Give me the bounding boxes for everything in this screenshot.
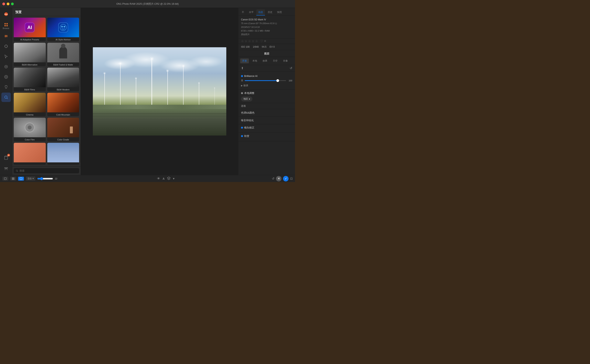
brilliance-ai-header[interactable]: Brilliance AI (241, 75, 292, 78)
filmstrip-icon (4, 177, 7, 180)
tone-color-section[interactable]: 色调&&颜色 (238, 109, 295, 117)
tab-lishi[interactable]: 历史 (266, 9, 274, 15)
region-button[interactable]: 地区 ▾ (241, 97, 252, 101)
svg-point-22 (5, 96, 7, 98)
preset-bw-modern[interactable]: B&W Modern (47, 68, 79, 91)
preset-label-cinema: Cinema (14, 112, 46, 116)
sidebar-item-focus[interactable] (1, 72, 11, 82)
view-toggle-button[interactable]: ⊡ (290, 177, 293, 180)
heart-icon[interactable]: ♡ (260, 39, 263, 43)
export-icon[interactable]: ⬆ (241, 66, 244, 70)
preset-thumb-cold-mountain (47, 93, 79, 112)
ground (93, 109, 226, 136)
svg-point-25 (6, 168, 7, 169)
dev-tab-bendi[interactable]: 本地 (251, 58, 259, 63)
preset-bw-films[interactable]: B&W Films (14, 68, 46, 91)
local-adjust-header[interactable]: 本地调整 (241, 91, 292, 95)
search-input-wrap[interactable] (14, 168, 79, 173)
sidebar-item-develop[interactable] (1, 31, 11, 41)
transform-header[interactable]: 转变 (241, 134, 292, 138)
preset-color-grade[interactable]: Color Grade (47, 118, 79, 141)
reset-icon[interactable]: ↺ (290, 66, 292, 70)
bottom-center: 👁 A ▾ (157, 176, 175, 181)
confirm-button[interactable]: ✓ (283, 176, 289, 182)
fit-label: 适合 (27, 177, 32, 180)
sidebar-item-search[interactable] (1, 93, 11, 102)
preset-partial2[interactable] (47, 143, 79, 165)
tab-kuaizhao[interactable]: 快照 (275, 9, 284, 15)
tab-xinxi[interactable]: 信息 (256, 9, 265, 15)
preset-ai-adaptive[interactable]: AI AI Adaptive Presets (14, 18, 46, 41)
datetime-info: 2019/5/17 10:14:18 (241, 25, 292, 29)
preset-color-film[interactable]: Color Film (14, 118, 46, 141)
layers-icon[interactable] (167, 176, 171, 181)
panel-actions: ⬆ ↺ (238, 65, 295, 72)
sidebar-item-select[interactable] (1, 52, 11, 61)
view-grid-button[interactable] (10, 177, 16, 181)
star-3[interactable]: ☆ (248, 39, 251, 43)
transform-dot (241, 135, 243, 137)
sidebar-item-effects[interactable] (1, 42, 11, 51)
tab-shuiping[interactable]: 水平 (247, 9, 256, 15)
view-filmstrip-button[interactable] (2, 177, 8, 181)
microtune-label: 微调 (243, 84, 248, 87)
svg-text:ON1: ON1 (4, 13, 8, 15)
star-5[interactable]: ☆ (255, 39, 258, 43)
zoom-slider[interactable] (37, 177, 53, 180)
svg-rect-34 (12, 177, 13, 178)
tab-bu[interactable]: 不 (240, 9, 246, 15)
svg-rect-33 (4, 177, 7, 180)
preset-bw-faded[interactable]: B&W Faded & Matte (47, 43, 79, 66)
eye-icon[interactable]: 👁 (157, 176, 160, 181)
maximize-button[interactable] (11, 3, 14, 5)
dev-tab-kaifa[interactable]: 开发 (240, 58, 249, 63)
sidebar-item-cart[interactable]: 30 (1, 153, 11, 162)
more-icon[interactable]: ▾ (172, 176, 175, 181)
preset-thumb-cinema (14, 93, 46, 112)
noise-sharpen-title: 噪音和锐化 (241, 119, 254, 122)
preset-partial1[interactable] (14, 143, 46, 165)
lens-correct-header[interactable]: 镜头校正 (241, 126, 292, 130)
cancel-button[interactable]: ✕ (276, 176, 281, 182)
undo-button[interactable]: ↺ (272, 177, 274, 180)
preset-cold-mountain[interactable]: Cold Mountain (47, 93, 79, 116)
svg-point-28 (60, 24, 66, 31)
dev-tab-xiaoguo[interactable]: 效果 (261, 58, 269, 63)
titlebar: ON1 Photo RAW 2025 (示例照片.CR2 @ 22.0% 16-… (0, 0, 295, 8)
brilliance-slider-track[interactable] (245, 80, 286, 81)
star-2[interactable]: ☆ (245, 39, 247, 43)
letter-a-icon[interactable]: A (162, 177, 165, 181)
reject-icon[interactable]: ✕ (264, 39, 266, 43)
fit-button[interactable]: 适合 ▾ (26, 176, 35, 181)
view-single-button[interactable] (18, 177, 24, 181)
sidebar-item-masking[interactable] (1, 82, 11, 92)
sidebar-item-community[interactable] (1, 164, 11, 173)
portrait-silhouette (59, 47, 67, 58)
preset-bw-alt[interactable]: B&W Alternative (14, 43, 46, 66)
turbine-6: ✳ (183, 66, 184, 107)
dev-tab-tiankong[interactable]: 天空 (271, 58, 279, 63)
svg-point-10 (6, 36, 7, 37)
dev-tab-xiaoxiang[interactable]: 肖像 (281, 58, 290, 63)
noise-sharpen-section[interactable]: 噪音和锐化 (238, 117, 295, 124)
preset-thumb-partial2 (47, 143, 79, 162)
on1-logo[interactable]: ON1 (1, 9, 11, 19)
star-4[interactable]: ☆ (252, 39, 254, 43)
star-1[interactable]: ☆ (241, 39, 244, 43)
preset-ai-style[interactable]: AI Style Advisor (47, 18, 79, 41)
brilliance-slider-thumb (276, 79, 279, 82)
preset-cinema[interactable]: Cinema (14, 93, 46, 116)
microtune-row[interactable]: ▶ 微调 (241, 83, 292, 88)
preset-thumb-bw-modern (47, 68, 79, 87)
sidebar-item-retouch[interactable] (1, 62, 11, 72)
options-section[interactable]: 选项 (238, 103, 295, 109)
sidebar-item-browse[interactable]: Browse (1, 21, 11, 31)
minimize-button[interactable] (7, 3, 9, 5)
photo-canvas[interactable]: ✳ ✳ ✳ ✳ (93, 47, 226, 136)
close-button[interactable] (2, 3, 5, 5)
window-controls[interactable] (2, 3, 14, 5)
options-title: 选项 (241, 104, 246, 107)
browse-label: Browse (3, 27, 9, 29)
svg-point-27 (4, 168, 5, 169)
search-input[interactable] (20, 169, 77, 172)
